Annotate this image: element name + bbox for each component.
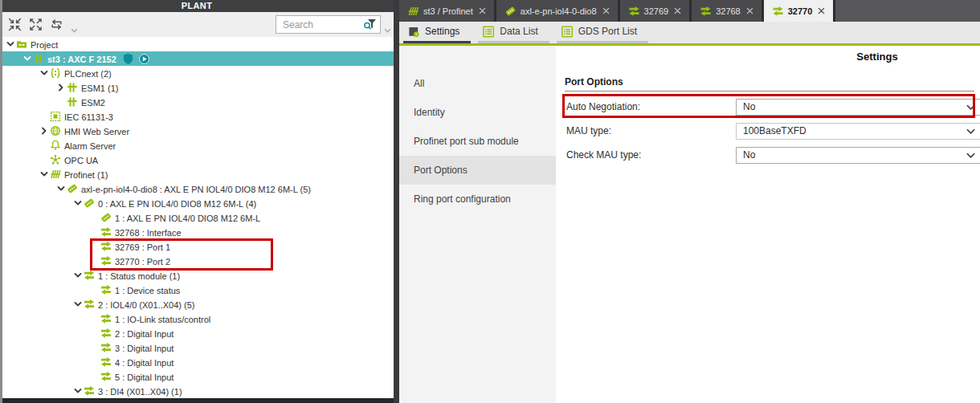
tree-item-st3-axc-f-2152[interactable]: st3 : AXC F 2152 [0,51,394,66]
settings-icon [407,26,420,38]
panel-splitter[interactable] [394,0,399,403]
tree-item-opc-ua[interactable]: OPC UA [0,153,394,167]
doc-tab-axl-e-pn-iol4-0-dio8[interactable]: axl-e-pn-iol4-0-dio8 [496,0,618,22]
expander-spacer [89,371,100,382]
expander-expanded-icon[interactable] [39,67,50,79]
swap-horizontal-icon[interactable] [50,18,63,31]
close-icon[interactable] [479,7,486,14]
tree-item-32768-interface[interactable]: 32768 : Interface [0,225,394,239]
tree-item-4-digital-input[interactable]: 4 : Digital Input [0,355,394,369]
tree-item-3-digital-input[interactable]: 3 : Digital Input [0,340,394,355]
tree-item-plcnext[interactable]: PLCnext (2) [0,66,394,80]
expander-expanded-icon[interactable] [5,39,16,50]
expander-spacer [89,284,100,295]
expander-expanded-icon[interactable] [22,53,33,64]
tab-gds-port-list[interactable]: GDS Port List [557,22,648,43]
tab-data-list[interactable]: Data List [478,22,549,43]
esm-task-icon [67,82,78,93]
plant-toolbar [0,12,394,37]
profinet-port-icon [100,356,112,368]
expander-expanded-icon[interactable] [72,270,84,281]
tree-item-esm1[interactable]: ESM1 (1) [0,80,394,95]
expander-expanded-icon[interactable] [72,385,84,397]
plant-panel-title: PLANT [0,0,394,12]
tree-item-project[interactable]: Project [0,37,394,51]
close-icon[interactable] [602,7,610,14]
close-icon[interactable] [674,7,681,14]
expander-spacer [89,356,100,368]
search-filter-icon[interactable] [363,18,377,31]
tree-item-3-di4[interactable]: 3 : DI4 (X01..X04) (1) [0,384,394,398]
globe-icon [50,125,61,136]
tree-item-iec-61131-3[interactable]: IEC 61131-3 [0,109,394,124]
tree-item-1-axl-e-pn[interactable]: 1 : AXL E PN IOL4/0 DIO8 M12 6M-L [0,210,394,225]
selected-value: No [743,149,755,161]
list-icon [561,26,574,38]
list-icon [482,26,495,38]
profinet-port-icon [100,328,112,339]
profinet-port-icon [84,299,95,310]
nav-item-ring-port-configuration[interactable]: Ring port configuration [399,185,556,214]
tree-item-2-iol4-0[interactable]: 2 : IOL4/0 (X01..X04) (5) [0,297,394,311]
tree-item-2-digital-input[interactable]: 2 : Digital Input [0,326,394,340]
section-underline [565,91,974,92]
search-input[interactable] [276,16,360,33]
controller-icon [33,53,44,64]
field-label: Check MAU type: [566,147,641,164]
check-mau-type-select[interactable]: No [736,147,980,164]
tree-item-1-io-link-status-control[interactable]: 1 : IO-Link status/control [0,311,394,326]
nav-item-port-options[interactable]: Port Options [399,156,556,185]
page-title: Settings [797,51,958,63]
play-icon[interactable] [138,53,150,65]
close-icon[interactable] [746,7,753,14]
plant-tree: Project st3 : AXC F 2152 PLCnext (2) ESM… [0,37,394,398]
field-row-mau-type: MAU type: 100BaseTXFD [565,123,974,140]
selected-value: 100BaseTXFD [743,125,806,136]
nav-item-identity[interactable]: Identity [399,98,556,127]
window-left-edge [0,0,2,403]
expander-spacer [89,328,100,339]
profinet-port-icon [772,6,784,17]
doc-tab-32768[interactable]: 32768 [692,0,762,22]
doc-tab-st3-profinet[interactable]: st3 / Profinet [399,0,494,22]
expander-spacer [89,212,100,223]
module-icon [100,212,112,223]
section-title: Port Options [565,76,623,88]
toolbar-overflow-chevron-icon[interactable] [71,28,78,33]
expander-spacer [89,226,100,238]
plant-panel: PLANT Project st3 : AXC F 2152 [0,0,394,403]
tree-item-profinet[interactable]: Profinet (1) [0,167,394,181]
mau-type-select[interactable]: 100BaseTXFD [736,123,980,140]
module-icon [67,183,78,194]
collapse-all-icon[interactable] [8,18,22,31]
tree-item-0-axl-e-pn[interactable]: 0 : AXL E PN IOL4/0 DIO8 M12 6M-L (4) [0,196,394,210]
expander-expanded-icon[interactable] [39,169,50,180]
tree-item-alarm-server[interactable]: Alarm Server [0,138,394,153]
tab-settings[interactable]: Settings [403,22,471,43]
expander-expanded-icon[interactable] [72,197,84,209]
tree-item-1-device-status[interactable]: 1 : Device status [0,283,394,297]
tree-item-axl-e-pn-iol4-0-dio8[interactable]: axl-e-pn-iol4-0-dio8 : AXL E PN IOL4/0 D… [0,181,394,196]
expander-expanded-icon[interactable] [55,183,67,194]
iec-program-icon [50,111,61,122]
expander-spacer [89,313,100,324]
profinet-port-icon [100,342,112,353]
close-icon[interactable] [818,7,825,14]
expander-collapsed-icon[interactable] [39,125,50,136]
tree-item-hmi-web-server[interactable]: HMI Web Server [0,124,394,138]
module-icon [504,6,517,17]
nav-item-all[interactable]: All [399,69,556,98]
tree-item-esm2[interactable]: ESM2 [0,95,394,109]
tree-item-5-digital-input[interactable]: 5 : Digital Input [0,369,394,384]
expander-collapsed-icon[interactable] [55,82,67,93]
expand-all-icon[interactable] [29,18,43,31]
expander-spacer [39,154,50,165]
search-overflow-chevron-icon[interactable] [384,28,391,33]
nav-item-profinet-port-sub-module[interactable]: Profinet port sub module [399,127,556,156]
doc-tab-32770[interactable]: 32770 [764,0,834,22]
expander-expanded-icon[interactable] [72,299,84,310]
annotation-box-auto-negotiation [562,94,975,118]
plcnext-icon [50,67,61,79]
doc-tab-32769[interactable]: 32769 [620,0,690,22]
settings-category-nav: All Identity Profinet port sub module Po… [399,46,556,403]
